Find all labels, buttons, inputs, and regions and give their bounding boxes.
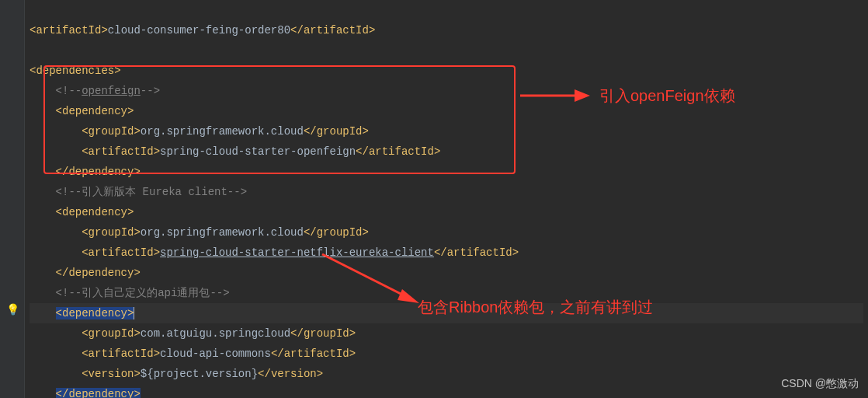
tag-artifactId-open: <artifactId> [30, 24, 108, 37]
text-artifactId: cloud-consumer-feing-order80 [108, 24, 290, 37]
tag-groupId-open: <groupId> [82, 125, 141, 138]
text-version: ${project.version} [141, 368, 258, 380]
text-groupId-atguigu: com.atguigu.springcloud [141, 327, 290, 340]
comment-close: --> [141, 85, 160, 97]
editor-gutter: 💡 [0, 0, 25, 398]
tag-artifactId-open: <artifactId> [82, 246, 160, 259]
tag-groupId-close: </groupId> [290, 327, 356, 340]
tag-dependency-close-selected: </dependency> [56, 388, 141, 398]
tag-artifactId-close: </artifactId> [434, 246, 519, 259]
tag-dependency-open: <dependency> [56, 206, 134, 218]
text-artifactId-commons: cloud-api-commons [160, 347, 271, 360]
tag-dependency-open-selected: <dependency> [56, 307, 134, 319]
current-line: <dependency> [30, 303, 863, 323]
comment-open: <!-- [56, 85, 82, 97]
tag-groupId-close: </groupId> [304, 226, 369, 239]
lightbulb-icon[interactable]: 💡 [6, 300, 19, 320]
text-artifactId-eureka: spring-cloud-starter-netflix-eureka-clie… [160, 246, 434, 259]
tag-groupId-close: </groupId> [304, 125, 369, 138]
tag-dependency-close: </dependency> [56, 166, 141, 178]
tag-artifactId-close: </artifactId> [356, 145, 440, 158]
tag-artifactId-open: <artifactId> [82, 347, 160, 360]
text-caret [134, 307, 134, 319]
comment-openfeign: openfeign [82, 85, 141, 97]
tag-dependency-open: <dependency> [56, 105, 134, 117]
tag-groupId-open: <groupId> [82, 226, 141, 239]
tag-version-close: </version> [258, 368, 323, 380]
tag-groupId-open: <groupId> [82, 327, 141, 340]
tag-artifactId-close: </artifactId> [290, 24, 375, 37]
tag-dependencies: <dependencies> [30, 65, 121, 77]
text-artifactId-openfeign: spring-cloud-starter-openfeign [160, 145, 356, 158]
code-editor[interactable]: <artifactId>cloud-consumer-feing-order80… [25, 0, 868, 398]
tag-artifactId-close: </artifactId> [271, 347, 356, 360]
comment-eureka: <!--引入新版本 Eureka client--> [56, 186, 247, 198]
tag-version-open: <version> [82, 368, 141, 380]
watermark: CSDN @憋激动 [781, 373, 859, 393]
tag-dependency-close: </dependency> [56, 267, 141, 279]
text-groupId: org.springframework.cloud [141, 226, 304, 239]
text-groupId: org.springframework.cloud [141, 125, 304, 138]
tag-artifactId-open: <artifactId> [82, 145, 160, 158]
comment-api: <!--引入自己定义的api通用包--> [56, 287, 230, 299]
